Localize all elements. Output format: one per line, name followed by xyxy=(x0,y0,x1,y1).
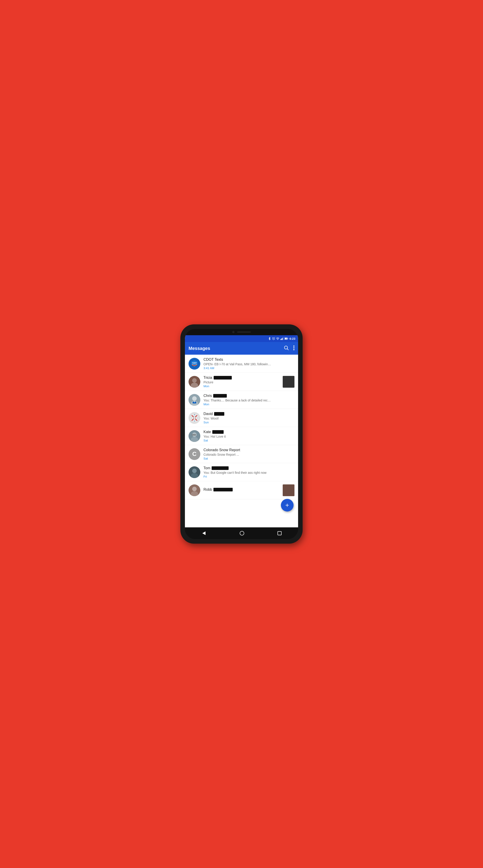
message-preview: You: But Google can't find their ass rig… xyxy=(203,471,272,474)
svg-rect-47 xyxy=(278,531,281,535)
message-preview: You: Thanks.... Because a lack of detail… xyxy=(203,399,272,402)
phone-notch xyxy=(185,329,298,335)
svg-marker-45 xyxy=(202,531,205,535)
phone-device: 6:23 Messages xyxy=(180,324,303,544)
svg-line-10 xyxy=(287,348,289,350)
avatar xyxy=(189,394,200,406)
bluetooth-icon xyxy=(268,337,271,340)
svg-point-13 xyxy=(293,349,294,350)
svg-text:★: ★ xyxy=(194,414,195,415)
app-bar: Messages xyxy=(185,342,298,355)
message-content: CDOT Texts OPEN- EB I-70 at Vail Pass, M… xyxy=(203,358,294,370)
message-time: Sat xyxy=(203,457,294,460)
message-preview: Colorado Snow Report ... xyxy=(203,453,272,456)
status-icons xyxy=(268,337,288,340)
message-content: Tom You: But Google can't find their ass… xyxy=(203,466,294,478)
messages-list[interactable]: CDO CDOT Texts OPEN- EB I-70 at Vail Pas… xyxy=(185,355,298,527)
home-button[interactable] xyxy=(239,531,245,536)
status-bar: 6:23 xyxy=(185,335,298,342)
avatar xyxy=(189,430,200,442)
message-item[interactable]: C Colorado Snow Report Colorado Snow Rep… xyxy=(185,445,298,463)
message-preview: You: Ha! Love it xyxy=(203,435,272,438)
svg-rect-5 xyxy=(283,337,283,340)
message-content: Chris You: Thanks.... Because a lack of … xyxy=(203,394,294,406)
svg-rect-4 xyxy=(282,338,283,340)
screen: 6:23 Messages xyxy=(185,335,298,527)
avatar: C xyxy=(189,448,200,460)
svg-rect-2 xyxy=(280,339,281,340)
message-header: CDOT Texts xyxy=(203,358,294,362)
message-item[interactable]: Tom You: But Google can't find their ass… xyxy=(185,463,298,481)
contact-name: Kate xyxy=(203,430,211,434)
contact-name: CDOT Texts xyxy=(203,358,223,362)
svg-point-18 xyxy=(192,378,197,383)
message-header: Chris xyxy=(203,394,294,398)
svg-rect-7 xyxy=(287,338,288,339)
svg-point-46 xyxy=(240,531,244,535)
message-content: David You: Woot! Sun xyxy=(203,412,294,424)
tricia-avatar-icon xyxy=(189,376,200,388)
avatar xyxy=(189,485,200,496)
phone-inner: 6:23 Messages xyxy=(185,329,298,539)
svg-text:CDO: CDO xyxy=(192,362,197,364)
contact-name: Tom xyxy=(203,466,210,470)
cdot-shield-icon: CDO xyxy=(190,359,199,368)
message-header: Tom xyxy=(203,466,294,470)
message-item[interactable]: Kate You: Ha! Love it Sat xyxy=(185,427,298,445)
camera-dot xyxy=(232,331,234,333)
message-time: Sat xyxy=(203,439,294,442)
message-item[interactable]: CDO CDOT Texts OPEN- EB I-70 at Vail Pas… xyxy=(185,355,298,373)
message-header: Robb xyxy=(203,488,281,492)
message-thumbnail xyxy=(283,376,294,388)
redacted-name xyxy=(213,394,227,398)
message-content: Tricia Picture Mon xyxy=(203,376,281,388)
message-time: Mon xyxy=(203,384,281,388)
message-time: Mon xyxy=(203,403,294,406)
avatar xyxy=(189,376,200,388)
svg-point-34 xyxy=(192,432,197,437)
message-preview: Picture xyxy=(203,380,272,384)
svg-point-43 xyxy=(192,487,197,491)
contact-name: Chris xyxy=(203,394,212,398)
message-header: Kate xyxy=(203,430,294,434)
speaker-slot xyxy=(237,331,251,333)
compose-fab[interactable]: + xyxy=(281,499,293,512)
message-preview: OPEN- EB I-70 at Vail Pass, MM 180, foll… xyxy=(203,362,272,366)
back-icon xyxy=(201,531,206,536)
signal-icon xyxy=(280,337,283,340)
message-header: David xyxy=(203,412,294,416)
compose-icon: + xyxy=(285,502,289,508)
message-preview: You: Woot! xyxy=(203,416,272,420)
svg-point-21 xyxy=(192,396,197,401)
message-item[interactable]: Chris You: Thanks.... Because a lack of … xyxy=(185,391,298,409)
redacted-name xyxy=(211,466,229,470)
message-item[interactable]: ★ ★ David You: Woot! Sun xyxy=(185,409,298,427)
more-options-button[interactable] xyxy=(293,345,294,351)
contact-name: Robb xyxy=(203,488,212,492)
message-header: Tricia xyxy=(203,376,281,380)
message-item[interactable]: Tricia Picture Mon xyxy=(185,373,298,391)
back-button[interactable] xyxy=(201,531,206,536)
avatar xyxy=(189,466,200,478)
app-bar-icons xyxy=(284,345,294,351)
redacted-name xyxy=(212,430,224,434)
screen-container: CDO CDOT Texts OPEN- EB I-70 at Vail Pas… xyxy=(185,355,298,527)
message-time: Sun xyxy=(203,421,294,424)
message-item[interactable]: Robb xyxy=(185,481,298,499)
message-header: Colorado Snow Report xyxy=(203,448,294,452)
svg-rect-8 xyxy=(285,338,287,339)
recents-button[interactable] xyxy=(278,531,282,535)
search-button[interactable] xyxy=(284,345,289,351)
home-icon xyxy=(239,531,245,536)
alarm-icon xyxy=(272,337,275,340)
chris-avatar-icon xyxy=(189,394,200,406)
redacted-name xyxy=(214,488,233,491)
battery-icon xyxy=(284,337,288,340)
robb-avatar-icon xyxy=(189,485,200,496)
svg-rect-3 xyxy=(281,339,282,340)
svg-point-30 xyxy=(193,417,196,419)
contact-name: Tricia xyxy=(203,376,212,380)
svg-point-12 xyxy=(293,347,294,348)
message-content: Robb xyxy=(203,488,281,493)
wifi-icon xyxy=(276,338,279,340)
